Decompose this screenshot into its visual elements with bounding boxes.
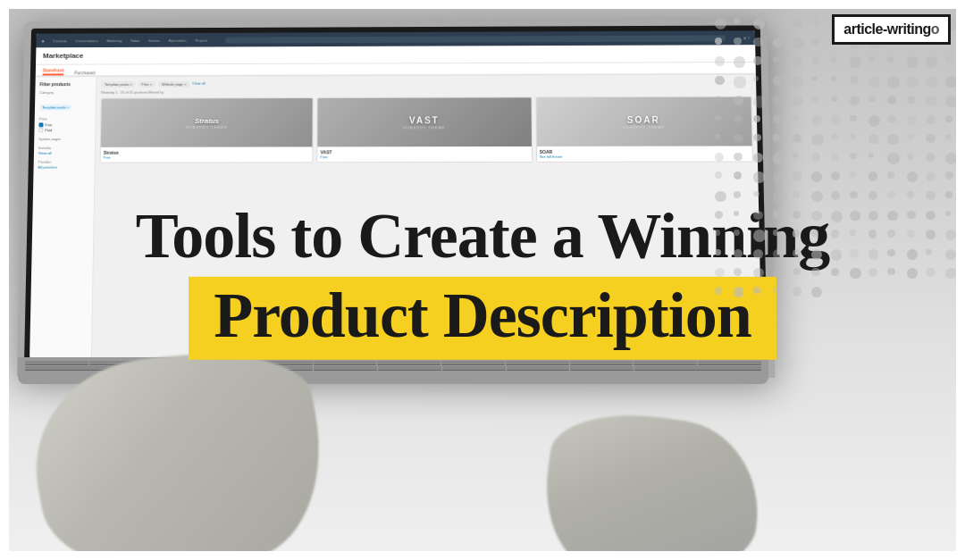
key [570, 361, 634, 365]
category-label: Category [39, 90, 91, 95]
price-free-row: ✓ Free [38, 122, 90, 127]
filter-tags-row: Template packs × Free × Website page × C… [101, 79, 751, 88]
provider-label: Provider [38, 160, 90, 164]
nav-reports: Reports [195, 38, 207, 42]
tab-storefront[interactable]: Storefront [43, 68, 64, 76]
filter-tag-1[interactable]: Free × [138, 81, 155, 88]
paid-checkbox [38, 128, 43, 132]
brand-suffix: o [931, 21, 939, 37]
key [634, 366, 761, 371]
key [378, 366, 441, 371]
system-pages-section: System pages [38, 137, 90, 141]
product-card-2[interactable]: SOAR HubSpot Theme SOAR See full theme [535, 96, 753, 163]
key [314, 366, 377, 371]
key [442, 366, 506, 371]
background-image: ● Contacts Conversations Marketing Sales… [0, 0, 965, 560]
product-thumb-label-2: SOAR HubSpot Theme [623, 114, 666, 129]
product-thumb-2: SOAR HubSpot Theme [536, 97, 751, 146]
brand-name: article-writing [843, 21, 930, 37]
sidebar: Filter products Category Template packs … [29, 77, 96, 357]
products-grid: Stratus HubSpot Theme Stratus Free [100, 96, 753, 163]
industry-value: Show all [38, 151, 90, 155]
category-section: Category Template packs × [39, 90, 91, 113]
results-count: Showing 1 - 15 of 21 products filtered b… [101, 88, 751, 95]
nav-icons: ⚙ ? [743, 36, 750, 40]
products-area: Template packs × Free × Website page × C… [92, 75, 762, 360]
provider-value: All providers [38, 165, 89, 170]
price-paid-row: Paid [38, 128, 90, 132]
nav-automation: Automation [169, 38, 187, 42]
product-thumb-label-1: VAST HubSpot Theme [403, 115, 445, 130]
page-container: ● Contacts Conversations Marketing Sales… [0, 0, 965, 560]
key [507, 366, 570, 371]
product-thumb-1: VAST HubSpot Theme [318, 97, 532, 146]
screen-content: ● Contacts Conversations Marketing Sales… [29, 30, 762, 359]
nav-sales: Sales [130, 38, 139, 43]
product-info-1: VAST Free [318, 146, 532, 162]
key [377, 361, 441, 365]
price-label: Price [39, 116, 91, 121]
screen-bezel: ● Contacts Conversations Marketing Sales… [24, 25, 768, 364]
free-checkbox: ✓ [38, 122, 43, 127]
filter-tag-0[interactable]: Template packs × [101, 81, 136, 88]
product-price-2: See full theme [540, 154, 750, 158]
nav-marketing: Marketing [106, 38, 122, 43]
tab-purchased[interactable]: Purchased [74, 70, 96, 75]
provider-section: Provider All providers [38, 160, 89, 170]
brand-badge: article-writingo [832, 14, 951, 45]
laptop-body: ● Contacts Conversations Marketing Sales… [17, 19, 776, 378]
key [25, 361, 88, 365]
hubspot-logo: ● [41, 38, 44, 44]
key [441, 361, 505, 365]
marketplace-title: Marketplace [43, 52, 83, 60]
search-bar [225, 35, 726, 43]
product-price-1: Free [321, 155, 529, 159]
industry-label: Industry [38, 146, 90, 150]
product-info-2: SOAR See full theme [537, 146, 752, 161]
product-info-0: Stratus Free [101, 146, 313, 162]
key [698, 361, 761, 365]
key [506, 361, 569, 365]
nav-service: Service [148, 38, 160, 42]
key [314, 361, 377, 365]
product-price-0: Free [104, 155, 310, 159]
nav-conversations: Conversations [75, 38, 97, 43]
filter-clear-all[interactable]: Clear all [192, 81, 206, 88]
system-pages-label: System pages [38, 137, 90, 141]
filter-tag-2[interactable]: Website page × [158, 81, 189, 88]
product-thumb-0: Stratus HubSpot Theme [101, 98, 313, 147]
product-card-1[interactable]: VAST HubSpot Theme VAST Free [317, 96, 533, 163]
main-content: Filter products Category Template packs … [29, 75, 762, 360]
nav-contacts: Contacts [53, 38, 67, 43]
product-thumb-label-0: Stratus HubSpot Theme [186, 117, 228, 130]
key [634, 361, 697, 365]
key [570, 366, 634, 371]
paid-label: Paid [45, 128, 52, 132]
filter-title: Filter products [39, 81, 91, 87]
free-label: Free [45, 122, 52, 127]
product-card-0[interactable]: Stratus HubSpot Theme Stratus Free [100, 97, 314, 163]
industry-section: Industry Show all [38, 146, 90, 155]
category-value: Template packs × [39, 104, 72, 111]
price-section: Price ✓ Free Paid [38, 116, 90, 132]
